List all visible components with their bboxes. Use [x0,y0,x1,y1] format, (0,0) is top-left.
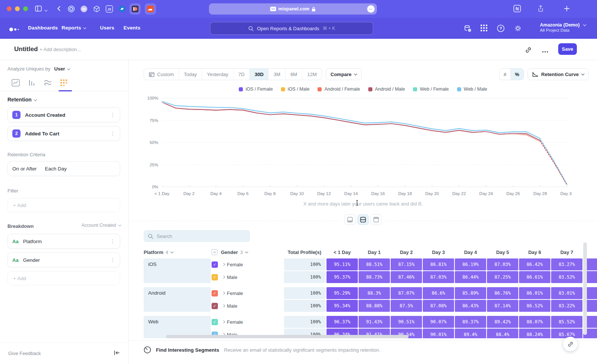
help-icon[interactable]: ? [497,24,505,34]
retention-value-cell[interactable]: 85.89% [455,287,486,299]
save-button[interactable]: Save [558,43,577,55]
retention-value-cell[interactable]: 83.22% [551,300,582,312]
split-view-toggle[interactable] [357,214,369,225]
retention-value-cell[interactable]: 88.3% [359,287,390,299]
gender-cell[interactable]: ✓Female [212,287,283,299]
nav-reports[interactable]: Reports [62,25,86,31]
series-checkbox[interactable]: ✓ [212,261,218,268]
expand-row-icon[interactable] [222,320,225,323]
new-tab-icon[interactable] [563,4,571,14]
step-card-account-created[interactable]: 1 Account Created ⋮ [7,107,120,122]
compare-button[interactable]: Compare [326,68,362,80]
legend-item[interactable]: iOS / Male [281,87,309,92]
retention-value-cell[interactable]: 87.46% [391,271,422,283]
retention-value-cell[interactable]: 90.01% [423,329,454,338]
breakdown-card-platform[interactable]: Aa Platform ⋮ [7,234,120,249]
retention-value-cell[interactable]: 89.37% [455,316,486,328]
range-3m[interactable]: 3M [269,69,285,80]
retention-value-cell[interactable]: 87.5% [391,300,422,312]
tab-flows-icon[interactable] [41,78,54,88]
breakdown-menu-icon[interactable]: ⋮ [110,239,115,244]
retention-value-cell[interactable]: 89.4% [455,329,486,338]
retention-value-cell[interactable]: 86.01% [519,287,550,299]
platform-cell[interactable]: iOS [144,258,211,283]
chart-only-toggle[interactable] [344,214,356,225]
vertical-scrollbar[interactable] [583,242,587,335]
retention-value-cell[interactable]: 87.15% [391,258,422,270]
report-title[interactable]: Untitled [14,46,38,53]
retention-value-cell[interactable]: 88.88% [359,300,390,312]
legend-item[interactable]: iOS / Female [239,87,273,92]
retention-criteria-card[interactable]: On or After Each Day [7,161,120,176]
collapse-sidebar-icon[interactable] [113,350,120,357]
target-logo-favicon[interactable] [66,3,77,15]
tab-retention-icon[interactable] [57,78,70,88]
breakdown-card-gender[interactable]: Aa Gender ⋮ [7,252,120,267]
step-menu-icon[interactable]: ⋮ [110,112,115,117]
retention-chart[interactable]: 100%75%50%25%0%< 1 DayDay 2Day 4Day 6Day… [143,94,572,200]
series-checkbox[interactable]: ✓ [212,303,218,309]
expand-row-icon[interactable] [222,276,225,279]
address-bar[interactable]: mixpanel.com ⋯ [209,3,377,15]
retention-value-cell[interactable]: 88.51% [359,258,390,270]
back-icon[interactable] [55,4,63,14]
range-today[interactable]: Today [179,69,202,80]
series-checkbox[interactable]: ✓ [212,319,218,325]
expand-row-icon[interactable] [222,263,225,266]
retention-value-cell[interactable]: 83.01% [551,287,582,299]
range-7d[interactable]: 7D [234,69,250,80]
retention-value-cell[interactable]: 86.6% [423,287,454,299]
series-checkbox[interactable]: ✓ [212,290,218,296]
retention-value-cell[interactable]: 95.29% [326,287,358,299]
gender-cell[interactable]: ✓Male [212,300,283,312]
retention-value-cell[interactable]: 83.27% [551,258,582,270]
window-zoom-button[interactable] [23,6,28,11]
copy-link-icon[interactable] [525,46,532,55]
add-breakdown-button[interactable]: + Add [7,271,120,285]
retention-value-cell[interactable]: 89.42% [487,316,518,328]
retention-value-cell[interactable]: 86.42% [519,258,550,270]
breakdown-menu-icon[interactable]: ⋮ [110,257,115,263]
retention-value-cell[interactable]: 86.81% [423,258,454,270]
range-6m[interactable]: 6M [285,69,302,80]
retention-value-cell[interactable]: 86.44% [455,271,486,283]
retention-value-cell[interactable]: 86.52% [519,300,550,312]
soundcloud-favicon[interactable] [145,3,156,15]
absolute-numbers-toggle[interactable]: # [500,69,511,80]
retention-value-cell[interactable]: 87.08% [423,300,454,312]
js-favicon[interactable]: JS [104,3,115,15]
range-30d[interactable]: 30D [250,69,269,80]
give-feedback-link[interactable]: Give Feedback [8,351,41,356]
retention-value-cell[interactable]: 87.25% [487,271,518,283]
nav-users[interactable]: Users [100,25,115,31]
expand-row-icon[interactable] [222,292,225,295]
retention-value-cell[interactable]: 88.4% [487,329,518,338]
gender-cell[interactable]: ✓Female [212,258,283,270]
mixpanel-logo[interactable] [9,26,20,33]
retention-value-cell[interactable]: 87.03% [423,271,454,283]
share-link-floating-button[interactable] [563,337,578,351]
range-12m[interactable]: 12M [302,69,321,80]
retention-value-cell[interactable]: 85.52% [551,316,582,328]
project-switcher[interactable]: Amazonia {Demo} All Project Data [540,22,586,32]
retention-value-cell[interactable]: 86.61% [519,271,550,283]
window-close-button[interactable] [7,6,12,11]
bird-favicon[interactable] [116,3,128,15]
retention-value-cell[interactable]: 86.76% [487,287,518,299]
retention-value-cell[interactable]: 87.03% [487,258,518,270]
extension-badge[interactable]: ⋯ [367,5,375,13]
step-card-added-to-cart[interactable]: 2 Added To Cart ⋮ [7,126,120,141]
retention-value-cell[interactable]: 95.11% [326,258,358,270]
legend-item[interactable]: Web / Male [457,87,487,92]
settings-gear-icon[interactable] [514,24,522,34]
retention-value-cell[interactable]: 96.37% [326,316,358,328]
retention-value-cell[interactable]: 90.51% [391,316,422,328]
series-checkbox[interactable]: ✓ [212,274,218,280]
nav-events[interactable]: Events [124,25,140,31]
cube-favicon[interactable] [91,3,102,15]
range-custom[interactable]: Custom [144,69,179,80]
chart-type-selector[interactable]: Retention Curve [528,68,589,80]
horizontal-scrollbar[interactable] [166,335,409,338]
range-yesterday[interactable]: Yesterday [202,69,234,80]
sidebar-toggle-icon[interactable] [34,4,43,14]
